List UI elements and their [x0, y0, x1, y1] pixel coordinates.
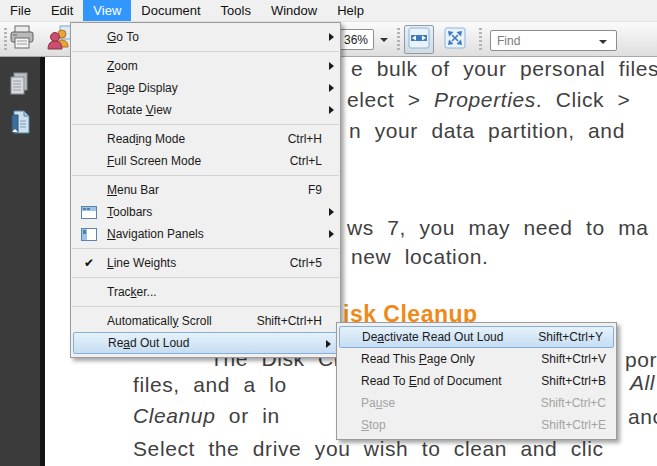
menu-shortcut: Ctrl+L — [290, 151, 322, 172]
submenu-arrow-icon — [329, 84, 334, 92]
menu-item-label: Automatically Scroll — [107, 311, 212, 332]
toolbar-grip[interactable] — [397, 28, 400, 51]
menu-separator — [72, 124, 339, 125]
menu-item-label: Toolbars — [107, 202, 152, 223]
menu-separator — [72, 277, 339, 278]
chevron-down-icon — [380, 38, 388, 42]
menu-item-go-to[interactable]: Go To — [71, 26, 340, 48]
menu-help[interactable]: Help — [327, 0, 374, 21]
menu-item-menu-bar[interactable]: Menu Bar F9 — [71, 179, 340, 201]
menu-shortcut: Shift+Ctrl+E — [541, 415, 606, 436]
submenu-arrow-icon — [329, 33, 334, 41]
menu-separator — [72, 248, 339, 249]
doc-text-line: ws 7, you may need to ma — [347, 216, 649, 240]
menu-item-read-to-end-of-document[interactable]: Read To End of Document Shift+Ctrl+B — [337, 370, 616, 392]
view-menu-panel: Go To Zoom Page Display Rotate View Read… — [70, 22, 341, 358]
menu-item-reading-mode[interactable]: Reading Mode Ctrl+H — [71, 128, 340, 150]
menu-item-label: Read This Page Only — [361, 349, 475, 370]
menu-item-automatically-scroll[interactable]: Automatically Scroll Shift+Ctrl+H — [71, 310, 340, 332]
chevron-down-icon[interactable] — [599, 40, 607, 44]
menu-tools[interactable]: Tools — [211, 0, 261, 21]
fit-page-button[interactable] — [440, 25, 470, 54]
zoom-level-value: 36% — [344, 33, 368, 47]
menu-item-label: Page Display — [107, 78, 178, 99]
bookmarks-panel-button[interactable] — [7, 110, 33, 138]
read-out-loud-submenu-panel: Deactivate Read Out Loud Shift+Ctrl+Y Re… — [336, 322, 617, 440]
menu-shortcut: Shift+Ctrl+Y — [538, 327, 603, 348]
doc-text-line: anc — [628, 405, 657, 429]
doc-text-line: All — [630, 371, 655, 395]
menu-item-rotate-view[interactable]: Rotate View — [71, 99, 340, 121]
menu-item-tracker[interactable]: Tracker... — [71, 281, 340, 303]
menu-item-full-screen-mode[interactable]: Full Screen Mode Ctrl+L — [71, 150, 340, 172]
menu-shortcut: Ctrl+5 — [290, 253, 322, 274]
menu-edit[interactable]: Edit — [41, 0, 83, 21]
menu-item-read-out-loud[interactable]: Read Out Loud — [73, 332, 338, 354]
menu-item-navigation-panels[interactable]: Navigation Panels — [71, 223, 340, 245]
menu-item-label: Stop — [361, 415, 386, 436]
zoom-dropdown-button[interactable] — [375, 25, 393, 54]
doc-text-line: pora — [625, 348, 657, 372]
menu-item-label: Tracker... — [107, 282, 157, 303]
menu-item-page-display[interactable]: Page Display — [71, 77, 340, 99]
menu-item-pause: Pause Shift+Ctrl+C — [337, 392, 616, 414]
menu-file[interactable]: File — [0, 0, 41, 21]
pages-panel-button[interactable] — [7, 72, 33, 100]
sidebar-divider — [40, 57, 45, 466]
menu-item-deactivate-read-out-loud[interactable]: Deactivate Read Out Loud Shift+Ctrl+Y — [339, 326, 614, 348]
menu-item-label: Reading Mode — [107, 129, 185, 150]
menu-item-label: Deactivate Read Out Loud — [362, 327, 503, 348]
menu-item-label: Read Out Loud — [108, 333, 189, 354]
menu-shortcut: Shift+Ctrl+B — [541, 371, 606, 392]
menu-item-label: Rotate View — [107, 100, 172, 121]
menu-item-label: Full Screen Mode — [107, 151, 201, 172]
menu-item-zoom[interactable]: Zoom — [71, 55, 340, 77]
print-button[interactable] — [7, 25, 37, 54]
menu-shortcut: F9 — [308, 180, 322, 201]
fit-width-button[interactable] — [404, 25, 434, 54]
menu-item-label: Zoom — [107, 56, 138, 77]
print-icon — [9, 25, 35, 54]
menu-item-label: Pause — [361, 393, 395, 414]
toolbars-icon — [79, 204, 99, 220]
doc-text-line: elect > Properties. Click > — [347, 88, 630, 112]
submenu-arrow-icon — [329, 208, 334, 216]
navigation-panels-icon — [79, 226, 99, 242]
find-input[interactable] — [497, 33, 597, 50]
doc-text-line: n your data partition, and — [349, 119, 625, 143]
menu-window[interactable]: Window — [261, 0, 327, 21]
pages-icon — [9, 71, 31, 101]
menu-document[interactable]: Document — [131, 0, 210, 21]
submenu-arrow-icon — [326, 340, 331, 348]
doc-text-line: files, and a lo — [133, 373, 287, 397]
menu-item-stop: Stop Shift+Ctrl+E — [337, 414, 616, 436]
menu-shortcut: Shift+Ctrl+V — [541, 349, 606, 370]
menu-separator — [72, 306, 339, 307]
doc-text-line: Cleanup or in — [133, 404, 280, 428]
doc-text-line: new location. — [351, 245, 488, 269]
menu-view[interactable]: View — [83, 0, 131, 21]
submenu-arrow-icon — [329, 62, 334, 70]
menu-separator — [72, 175, 339, 176]
doc-text-line: e bulk of your personal files r — [351, 57, 657, 81]
checkmark-icon: ✔ — [79, 255, 99, 271]
submenu-arrow-icon — [329, 230, 334, 238]
fit-width-icon — [408, 27, 430, 53]
fit-page-icon — [444, 27, 466, 53]
menu-item-label: Navigation Panels — [107, 224, 204, 245]
bookmarks-icon — [8, 109, 32, 140]
find-combobox[interactable] — [490, 30, 617, 51]
menu-separator — [72, 51, 339, 52]
menu-shortcut: Ctrl+H — [288, 129, 322, 150]
menu-item-toolbars[interactable]: Toolbars — [71, 201, 340, 223]
menu-shortcut: Shift+Ctrl+H — [257, 311, 322, 332]
menu-shortcut: Shift+Ctrl+C — [541, 393, 606, 414]
toolbar-grip[interactable] — [479, 28, 482, 51]
menu-item-label: Menu Bar — [107, 180, 159, 201]
submenu-arrow-icon — [329, 106, 334, 114]
menu-item-label: Read To End of Document — [361, 371, 502, 392]
app-window: e bulk of your personal files r elect > … — [0, 0, 657, 466]
menu-item-read-this-page-only[interactable]: Read This Page Only Shift+Ctrl+V — [337, 348, 616, 370]
menu-bar: File Edit View Document Tools Window Hel… — [0, 0, 657, 22]
menu-item-line-weights[interactable]: ✔ Line Weights Ctrl+5 — [71, 252, 340, 274]
